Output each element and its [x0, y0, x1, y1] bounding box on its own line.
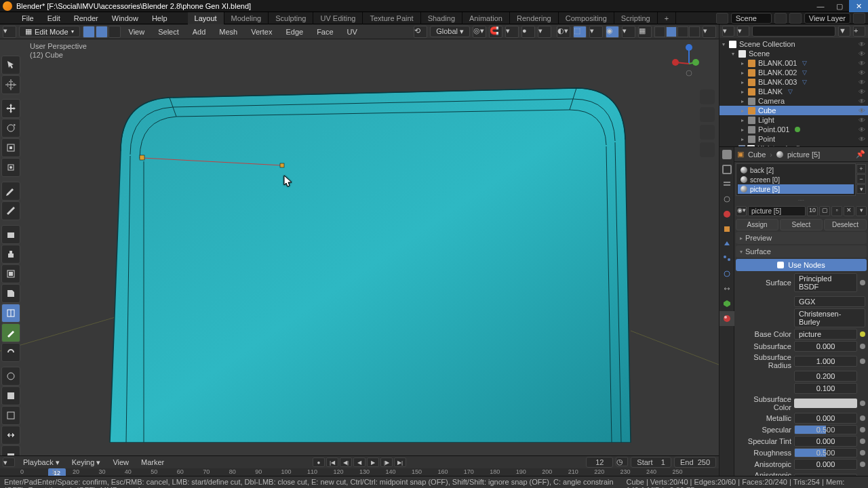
- vertex-select-button[interactable]: [83, 26, 95, 38]
- preview-panel-header[interactable]: ▸Preview: [736, 232, 867, 244]
- outliner-type-icon[interactable]: ▾: [722, 26, 734, 37]
- tab-output[interactable]: [719, 162, 734, 177]
- inset-tool[interactable]: [1, 264, 20, 283]
- use-nodes-button[interactable]: Use Nodes: [736, 259, 867, 271]
- nav-gizmo[interactable]: [669, 43, 709, 84]
- mat-nodes-button[interactable]: ▾: [856, 206, 867, 216]
- viewlayer-field[interactable]: View Layer: [804, 13, 850, 24]
- timeline-marker[interactable]: Marker: [137, 458, 168, 466]
- shading-wireframe[interactable]: [654, 26, 665, 37]
- menu-help[interactable]: Help: [145, 12, 174, 24]
- slot-add-button[interactable]: +: [856, 164, 866, 174]
- subrad-socket-icon[interactable]: [860, 359, 865, 364]
- menu-edit[interactable]: Edit: [41, 12, 67, 24]
- menu-file[interactable]: File: [15, 12, 41, 24]
- shading-preview[interactable]: [677, 26, 688, 37]
- shading-solid[interactable]: [666, 26, 677, 37]
- subsurface-socket-icon[interactable]: [860, 344, 865, 349]
- 3d-viewport[interactable]: User Perspective (12) Cube: [0, 39, 719, 455]
- tab-texture[interactable]: [719, 326, 734, 341]
- overlays-toggle[interactable]: ◉: [606, 26, 619, 38]
- material-slot[interactable]: picture [5]: [738, 184, 854, 194]
- scene-browse-icon[interactable]: [716, 13, 728, 24]
- surface-shader-field[interactable]: Principled BSDF: [794, 273, 857, 292]
- timeline-view[interactable]: View: [108, 458, 133, 466]
- transform-tool[interactable]: [1, 158, 20, 177]
- shading-dropdown-icon[interactable]: ▾: [703, 26, 716, 38]
- zoom-icon[interactable]: [700, 89, 715, 104]
- tab-render[interactable]: [719, 147, 734, 162]
- tab-viewlayer[interactable]: [719, 177, 734, 192]
- workspace-tab-scripting[interactable]: Scripting: [614, 12, 658, 24]
- mat-browse-icon[interactable]: ◉▾: [736, 206, 747, 216]
- outliner-display-icon[interactable]: ▾: [737, 26, 749, 37]
- scale-tool[interactable]: [1, 138, 20, 157]
- viewlayer-browse-icon[interactable]: [789, 13, 802, 24]
- subcolor-socket-icon[interactable]: [860, 401, 865, 406]
- prev-key-button[interactable]: ◀|: [340, 458, 352, 467]
- camera-view-icon[interactable]: [700, 125, 715, 140]
- outliner-row[interactable]: ▸Point👁: [719, 134, 868, 144]
- outliner-search[interactable]: [752, 26, 835, 37]
- tab-material[interactable]: [719, 311, 734, 326]
- autokey-button[interactable]: ●: [313, 458, 325, 467]
- basecolor-socket-icon[interactable]: [860, 331, 865, 337]
- outliner-row[interactable]: ▾Scene👁: [719, 49, 868, 58]
- preview-range-icon[interactable]: ◷: [616, 457, 628, 466]
- pivot-icon[interactable]: ◎▾: [473, 26, 486, 38]
- outliner-row[interactable]: ▾Scene Collection👁: [719, 39, 868, 49]
- outliner-row[interactable]: ▸Cube▽👁: [719, 106, 868, 115]
- minimize-button[interactable]: —: [811, 0, 830, 12]
- vp-menu-uv[interactable]: UV: [342, 28, 363, 36]
- perspective-toggle-icon[interactable]: [700, 142, 715, 157]
- pin-icon[interactable]: 📌: [856, 150, 865, 159]
- smooth-tool[interactable]: [1, 386, 20, 405]
- workspace-tab-rendering[interactable]: Rendering: [510, 12, 559, 24]
- shading-rendered[interactable]: [689, 26, 700, 37]
- bevel-tool[interactable]: [1, 284, 20, 303]
- cursor-tool[interactable]: [1, 75, 20, 94]
- outliner-new-coll-icon[interactable]: +: [853, 26, 865, 37]
- gizmo-dropdown-icon[interactable]: ▾: [589, 26, 603, 38]
- spectint-socket-icon[interactable]: [860, 439, 865, 444]
- basecolor-field[interactable]: picture: [794, 329, 857, 340]
- close-button[interactable]: ✕: [849, 0, 868, 12]
- tab-world[interactable]: [719, 207, 734, 222]
- annotate-tool[interactable]: [1, 182, 20, 201]
- select-tool[interactable]: [1, 56, 20, 75]
- material-slot[interactable]: screen [0]: [738, 175, 854, 184]
- surface-socket-icon[interactable]: [860, 280, 865, 285]
- workspace-tab-sculpting[interactable]: Sculpting: [269, 12, 313, 24]
- deselect-button[interactable]: Deselect: [824, 219, 867, 230]
- outliner-row[interactable]: ▸BLANK.002▽👁: [719, 68, 868, 77]
- menu-window[interactable]: Window: [105, 12, 145, 24]
- slot-menu-button[interactable]: ▾: [856, 184, 866, 194]
- workspace-tab-shading[interactable]: Shading: [421, 12, 462, 24]
- add-primitive-tool[interactable]: [1, 225, 20, 244]
- timeline-playback[interactable]: Playback ▾: [19, 458, 64, 467]
- subcolor-swatch[interactable]: [794, 399, 857, 408]
- face-select-button[interactable]: [108, 26, 121, 38]
- next-key-button[interactable]: |▶: [380, 458, 393, 467]
- tab-constraint[interactable]: [719, 281, 734, 296]
- mat-new-button[interactable]: ▫: [831, 206, 842, 216]
- jump-end-button[interactable]: ▶|: [394, 458, 406, 467]
- proportional-toggle[interactable]: ●: [521, 26, 535, 38]
- subrad-3[interactable]: 0.100: [794, 383, 857, 394]
- current-frame-field[interactable]: 12: [586, 457, 613, 468]
- scene-new-icon[interactable]: [774, 13, 787, 24]
- aniso-socket-icon[interactable]: [860, 462, 865, 467]
- vp-menu-select[interactable]: Select: [153, 28, 184, 36]
- outliner-tree[interactable]: ▾Scene Collection👁▾Scene👁▸BLANK.001▽👁▸BL…: [719, 38, 868, 147]
- workspace-tab-modeling[interactable]: Modeling: [224, 12, 269, 24]
- workspace-tab-uv-editing[interactable]: UV Editing: [313, 12, 363, 24]
- tab-mesh-data[interactable]: [719, 296, 734, 311]
- tab-physics[interactable]: [719, 266, 734, 281]
- gizmo-toggle[interactable]: ⬚: [573, 26, 587, 38]
- workspace-tab-animation[interactable]: Animation: [462, 12, 510, 24]
- mat-users-button[interactable]: 10: [807, 206, 818, 216]
- editor-type-selector[interactable]: ▾: [3, 26, 16, 38]
- subsurface-value[interactable]: 0.000: [794, 341, 857, 352]
- measure-tool[interactable]: [1, 201, 20, 220]
- extrude-tool[interactable]: [1, 245, 20, 264]
